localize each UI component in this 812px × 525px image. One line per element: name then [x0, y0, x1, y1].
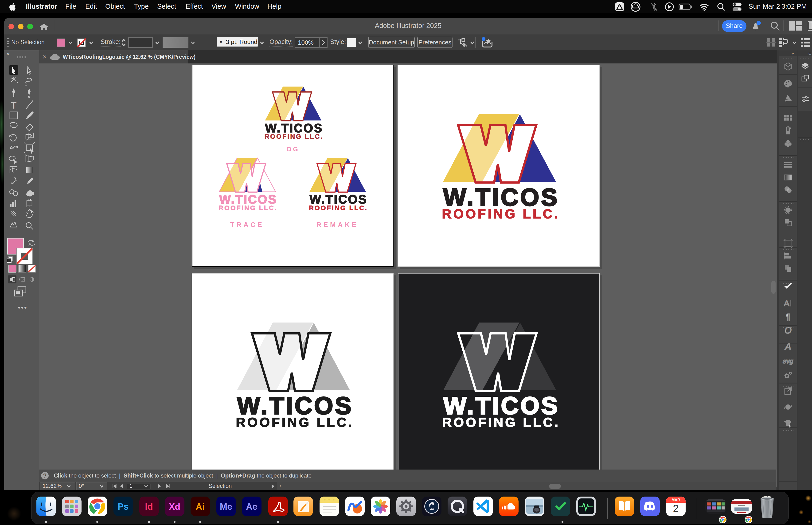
- svg-text:Ae: Ae: [246, 502, 258, 512]
- svg-text:Ai: Ai: [196, 502, 205, 512]
- svg-text:2: 2: [673, 503, 678, 514]
- svg-text:¶: ¶: [786, 312, 790, 322]
- svg-text:Ps: Ps: [118, 502, 128, 512]
- svg-text:svg: svg: [783, 357, 793, 365]
- svg-text:A: A: [784, 342, 791, 352]
- svg-text:MAR: MAR: [672, 498, 680, 502]
- svg-text:TRACE: TRACE: [230, 221, 264, 228]
- svg-text:OG: OG: [287, 146, 300, 153]
- svg-text:T: T: [11, 100, 16, 110]
- svg-text:REMAKE: REMAKE: [317, 221, 358, 228]
- svg-text:O: O: [784, 326, 792, 335]
- svg-text:Id: Id: [145, 502, 153, 512]
- svg-text:Xd: Xd: [169, 502, 181, 512]
- svg-text:1: 1: [129, 484, 132, 489]
- svg-text:A: A: [784, 299, 790, 308]
- svg-text:Me: Me: [220, 502, 232, 512]
